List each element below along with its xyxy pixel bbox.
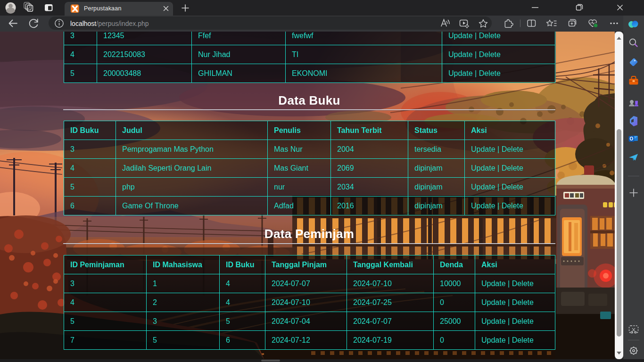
svg-text:O: O (630, 136, 634, 141)
